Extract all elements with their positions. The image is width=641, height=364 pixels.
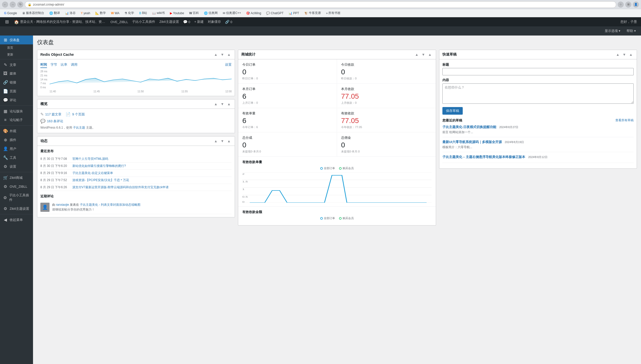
sidebar-item-posts[interactable]: ✎ 文章 — [0, 60, 33, 69]
shop-collapse-down[interactable]: ▼ — [421, 52, 426, 57]
forward-button[interactable]: → — [10, 2, 16, 8]
redis-close[interactable]: ▲ — [226, 52, 232, 57]
sidebar-collapse-menu[interactable]: ◀ 收起菜单 — [0, 215, 33, 224]
bookmark-yeah[interactable]: Y yeah — [79, 11, 92, 15]
redis-tab-calls[interactable]: 调用 — [71, 62, 77, 68]
draft-link-1[interactable]: 最新UI六零导航系统源码｜多模版全开源 — [442, 140, 502, 144]
extensions-button[interactable]: ⊞ — [625, 2, 631, 8]
sidebar-item-forum-posts[interactable]: ≡ 论坛帖子 — [0, 116, 33, 124]
sidebar-item-theme-settings[interactable]: ⚙ ZibII主题设置 — [0, 204, 33, 213]
sidebar-item-media[interactable]: 🖼 媒体 — [0, 69, 33, 78]
save-draft-button[interactable]: 保存草稿 — [442, 107, 463, 115]
sidebar-item-pages[interactable]: 📄 页面 — [0, 87, 33, 96]
bookmark-baike[interactable]: W 百科 — [187, 10, 201, 16]
bookmark-translate[interactable]: 🌐 翻译 — [47, 10, 62, 16]
draft-link-2[interactable]: 子比主题美化 – 主题右侧悬浮导航美化版本终极修正版本 — [442, 155, 525, 159]
comment-post-link-0[interactable]: 子比主题美化 - 列表文章封面添加动态缩略图 — [80, 203, 140, 206]
admin-bar-cache[interactable]: 对象缓存 — [206, 17, 223, 26]
admin-bar-links[interactable]: 🔗 0 — [223, 17, 234, 26]
activity-collapse-down[interactable]: ▼ — [220, 138, 225, 144]
bookmark-youtube[interactable]: ▶ Youtube — [168, 11, 186, 15]
draft-close[interactable]: ▲ — [628, 52, 634, 57]
overview-collapse-down[interactable]: ▼ — [220, 101, 225, 107]
bookmark-niuke[interactable]: 🐮 牛客竞赛 — [302, 10, 323, 16]
sidebar-item-settings[interactable]: ⚙ 设置 — [0, 162, 33, 171]
bookmark-acwing[interactable]: 🎯 AcWing — [244, 11, 263, 15]
admin-bar-plugin[interactable]: 子比小工具插件 — [130, 17, 157, 26]
activity-post-link-4[interactable]: 源支付V7最新运营开源版-附带云端源码和自挂软件和支付宝无敌ck申请 — [72, 185, 169, 189]
admin-bar-site-name[interactable]: 🏠 墨染云天 - 网络技术的交流与分享 - 资源站、技术站、资讯网 — [12, 17, 108, 26]
articles-link[interactable]: 117 篇文章 — [45, 112, 61, 117]
admin-bar-theme-settings[interactable]: ZibII主题设置 — [157, 17, 181, 26]
shop-collapse-up[interactable]: ▲ — [414, 52, 420, 57]
pages-link[interactable]: 9 个页面 — [72, 112, 85, 117]
admin-bar-greeting[interactable]: 您好，子墨 — [618, 17, 639, 26]
admin-bar-comments[interactable]: 💬 0 — [181, 17, 192, 26]
sidebar-item-appearance[interactable]: 🎨 外观 — [0, 127, 33, 135]
overview-collapse-up[interactable]: ▲ — [213, 101, 219, 107]
view-all-drafts-link[interactable]: 查看所有草稿 — [615, 118, 634, 123]
activity-post-link-3[interactable]: 游戏资源-【PC/PE安装/汉化】千恋＊万花 — [72, 178, 129, 182]
redis-tab-bytes[interactable]: 字节 — [51, 62, 57, 68]
bookmark-chemistry[interactable]: ⚗ 化学 — [122, 10, 136, 16]
redis-tab-time[interactable]: 时间 — [40, 62, 47, 68]
bookmark-luogu[interactable]: 📊 洛谷 — [63, 10, 78, 16]
recent-comments-title: 近期评论 — [40, 194, 232, 199]
bookmark-server[interactable]: 🖥 服务器控制台 — [20, 10, 46, 16]
draft-link-0[interactable]: 子比主题美化-日夜模式切换提醒功能 — [442, 125, 496, 129]
sidebar-item-shop[interactable]: 🛒 ZibII商城 — [0, 173, 33, 182]
activity-post-link-0[interactable]: 官网个人引导页HTML源码 — [72, 157, 108, 161]
sidebar-item-comments[interactable]: 💬 评论 — [0, 96, 33, 105]
bookmark-button[interactable]: ☆ — [618, 2, 624, 8]
activity-collapse-up[interactable]: ▲ — [213, 138, 219, 144]
display-options-btn[interactable]: 显示选项 ▾ — [602, 28, 623, 34]
bookmark-math[interactable]: 📐 数学 — [93, 10, 108, 16]
redis-tab-ratio[interactable]: 比率 — [61, 62, 67, 68]
admin-bar-ove-zibll[interactable]: OVE_ZIBLL — [108, 17, 130, 26]
sidebar-item-links[interactable]: 🔗 链接 — [0, 78, 33, 87]
draft-collapse-down[interactable]: ▼ — [621, 52, 627, 57]
sidebar-item-ove-zibll[interactable]: ⚙ OVE_ZIBLL — [0, 182, 33, 191]
redis-collapse-down[interactable]: ▼ — [220, 52, 225, 57]
comments-link[interactable]: 163 条评论 — [47, 119, 63, 124]
sidebar-sub-updates[interactable]: 更新 — [0, 51, 33, 58]
draft-collapse-up[interactable]: ▲ — [615, 52, 620, 57]
admin-bar-new[interactable]: + 新建 — [192, 17, 206, 26]
redis-settings-link[interactable]: 设置 — [225, 62, 232, 68]
shop-close[interactable]: ▲ — [427, 52, 433, 57]
bookmark-xinao[interactable]: 🌐 信奥网 — [202, 10, 220, 16]
activity-close[interactable]: ▲ — [226, 138, 232, 144]
sidebar-item-users[interactable]: 👤 用户 — [0, 144, 33, 153]
redis-collapse-up[interactable]: ▲ — [213, 52, 219, 57]
refresh-button[interactable]: ↻ — [17, 2, 23, 8]
bookmark-ppt[interactable]: 📊 PPT — [286, 11, 301, 15]
help-btn[interactable]: 帮助 ▾ — [624, 28, 638, 34]
activity-post-link-2[interactable]: 子比主题美化-自定义右键菜单 — [72, 171, 113, 175]
bookmark-google[interactable]: G Google — [2, 11, 19, 15]
bookmark-xinao-cpp[interactable]: ✉ 信奥通C++ — [221, 10, 243, 16]
bookmark-more[interactable]: » 所有书签 — [324, 10, 343, 16]
svg-text:1: 1 — [242, 188, 245, 190]
bookmark-chatgpt[interactable]: 💬 ChatGPT — [264, 11, 285, 15]
sidebar-item-tools[interactable]: 🔧 工具 — [0, 153, 33, 162]
bookmark-wa[interactable]: W WA — [109, 11, 121, 15]
activity-item-1: 8 月 30 日 下午6:20 新站优化如何吸引搜索引擎蜘蛛的爬行? — [40, 163, 232, 170]
sidebar-sub-home[interactable]: 首页 — [0, 44, 33, 51]
comment-author-link-0[interactable]: ranxiaojie — [56, 203, 69, 206]
sidebar-item-plugins[interactable]: ⊕ 插件 — [0, 135, 33, 144]
ove-zibll-icon: ⚙ — [3, 184, 8, 189]
bookmark-wikibook[interactable]: 📖 wiki书 — [150, 10, 167, 16]
sidebar-item-forum-sections[interactable]: ▦ 论坛版块 — [0, 107, 33, 116]
theme-link[interactable]: 子比主题 — [73, 126, 85, 129]
profile-button[interactable]: 👤 — [633, 2, 639, 8]
bookmark-bilibili[interactable]: B B站 — [137, 10, 149, 16]
url-bar[interactable]: 🔒 zcxsmart.cn/wp-admin/ — [25, 1, 616, 8]
sidebar-item-dashboard[interactable]: ⊞ 仪表盘 — [0, 36, 33, 44]
wp-logo[interactable]: ⊞ — [2, 17, 12, 26]
content-textarea[interactable] — [442, 83, 634, 104]
sidebar-item-tools-plugin[interactable]: ⚙ 子比小工具插件 — [0, 191, 33, 204]
back-button[interactable]: ← — [2, 2, 8, 8]
activity-post-link-1[interactable]: 新站优化如何吸引搜索引擎蜘蛛的爬行? — [72, 164, 126, 168]
title-input[interactable] — [442, 68, 634, 75]
overview-close[interactable]: ▲ — [226, 101, 232, 107]
